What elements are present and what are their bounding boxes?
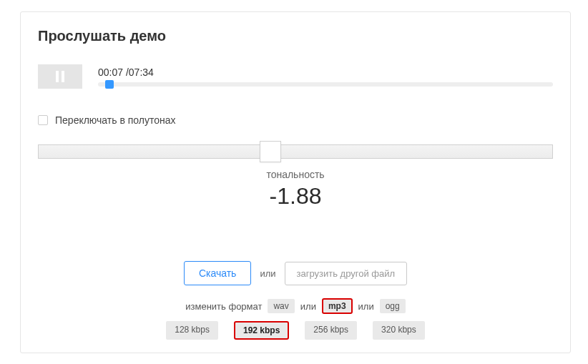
semitone-label: Переключать в полутонах — [55, 114, 176, 126]
tone-label: тональность — [38, 169, 553, 180]
tone-slider-thumb[interactable] — [260, 141, 281, 162]
progress-thumb[interactable] — [105, 80, 114, 89]
or-text-3: или — [358, 301, 374, 312]
tone-value: -1.88 — [38, 183, 553, 210]
pause-icon — [56, 71, 64, 82]
upload-button[interactable]: загрузить другой файл — [285, 262, 408, 285]
action-row: Скачать или загрузить другой файл — [21, 261, 570, 285]
or-text-2: или — [300, 301, 316, 312]
semitone-checkbox[interactable] — [38, 115, 48, 125]
time-display: 00:07 /07:34 — [98, 67, 553, 78]
format-option-ogg[interactable]: ogg — [380, 299, 406, 313]
bottom-block: Скачать или загрузить другой файл измени… — [21, 261, 570, 340]
player-row: 00:07 /07:34 — [38, 64, 553, 89]
bitrate-row: 128 kbps 192 kbps 256 kbps 320 kbps — [21, 321, 570, 340]
bitrate-128[interactable]: 128 kbps — [166, 321, 218, 340]
current-time: 00:07 — [98, 67, 123, 78]
change-format-label: изменить формат — [185, 301, 262, 312]
bitrate-256[interactable]: 256 kbps — [305, 321, 357, 340]
or-text-1: или — [260, 268, 275, 279]
demo-player-card: Прослушать демо 00:07 /07:34 Переключать… — [20, 11, 571, 353]
card-title: Прослушать демо — [38, 28, 553, 44]
format-option-wav[interactable]: wav — [268, 299, 294, 313]
tone-slider[interactable] — [38, 144, 553, 159]
semitone-row: Переключать в полутонах — [38, 114, 553, 126]
bitrate-320[interactable]: 320 kbps — [373, 321, 425, 340]
download-button[interactable]: Скачать — [184, 261, 252, 285]
format-row: изменить формат wav или mp3 или ogg — [21, 298, 570, 314]
total-time: 07:34 — [129, 67, 154, 78]
time-and-track: 00:07 /07:34 — [98, 67, 553, 87]
progress-track[interactable] — [98, 82, 553, 87]
pause-button[interactable] — [38, 64, 82, 89]
format-option-mp3[interactable]: mp3 — [322, 298, 353, 314]
bitrate-192[interactable]: 192 kbps — [234, 321, 289, 340]
